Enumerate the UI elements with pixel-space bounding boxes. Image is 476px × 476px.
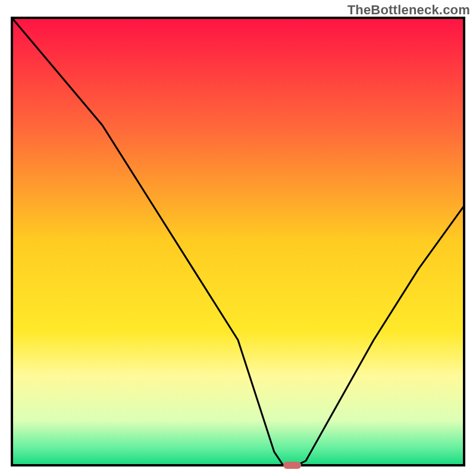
plot-background <box>12 18 464 465</box>
chart-svg <box>0 0 476 476</box>
chart-container: TheBottleneck.com <box>0 0 476 476</box>
optimal-marker <box>283 462 301 469</box>
watermark-text: TheBottleneck.com <box>347 2 470 18</box>
